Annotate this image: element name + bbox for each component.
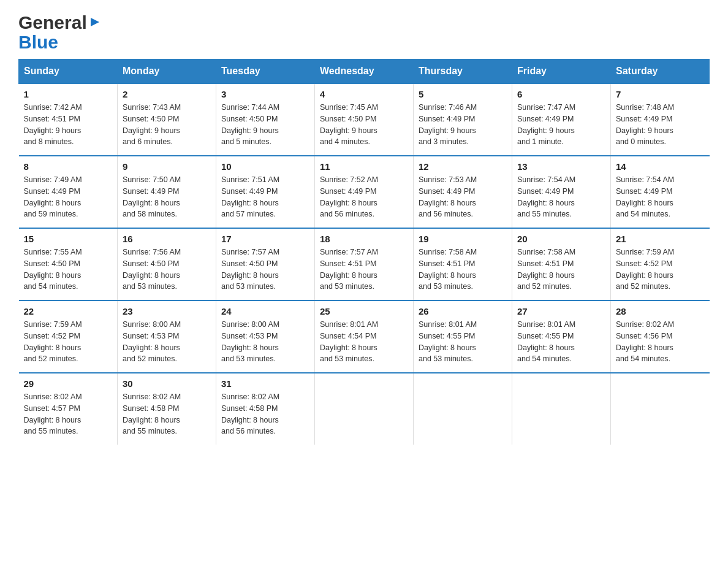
weekday-header-wednesday: Wednesday (315, 59, 414, 84)
day-info: Sunrise: 7:55 AMSunset: 4:50 PMDaylight:… (24, 247, 113, 293)
day-info: Sunrise: 8:01 AMSunset: 4:55 PMDaylight:… (517, 319, 605, 365)
day-info: Sunrise: 7:46 AMSunset: 4:49 PMDaylight:… (419, 102, 507, 148)
day-info: Sunrise: 7:54 AMSunset: 4:49 PMDaylight:… (517, 174, 605, 220)
calendar-cell: 22Sunrise: 7:59 AMSunset: 4:52 PMDayligh… (19, 301, 118, 373)
calendar-cell: 14Sunrise: 7:54 AMSunset: 4:49 PMDayligh… (611, 156, 710, 228)
calendar-cell: 8Sunrise: 7:49 AMSunset: 4:49 PMDaylight… (19, 156, 118, 228)
calendar-cell: 26Sunrise: 8:01 AMSunset: 4:55 PMDayligh… (414, 301, 512, 373)
day-number: 16 (123, 234, 211, 244)
calendar-week-row: 29Sunrise: 8:02 AMSunset: 4:57 PMDayligh… (19, 373, 710, 445)
day-number: 8 (24, 161, 113, 172)
calendar-cell: 29Sunrise: 8:02 AMSunset: 4:57 PMDayligh… (19, 373, 118, 445)
weekday-header-row: SundayMondayTuesdayWednesdayThursdayFrid… (19, 59, 710, 84)
day-number: 31 (221, 378, 309, 389)
calendar-cell: 15Sunrise: 7:55 AMSunset: 4:50 PMDayligh… (19, 228, 118, 301)
calendar-cell: 31Sunrise: 8:02 AMSunset: 4:58 PMDayligh… (216, 373, 315, 445)
day-number: 24 (221, 306, 309, 316)
calendar-cell: 24Sunrise: 8:00 AMSunset: 4:53 PMDayligh… (216, 301, 315, 373)
weekday-header-tuesday: Tuesday (216, 59, 315, 84)
weekday-header-saturday: Saturday (611, 59, 710, 84)
calendar-cell: 20Sunrise: 7:58 AMSunset: 4:51 PMDayligh… (512, 228, 611, 301)
calendar-cell: 4Sunrise: 7:45 AMSunset: 4:50 PMDaylight… (315, 83, 414, 156)
logo-triangle-icon (88, 15, 102, 29)
day-number: 7 (616, 89, 705, 99)
day-number: 18 (320, 234, 408, 244)
day-info: Sunrise: 7:45 AMSunset: 4:50 PMDaylight:… (320, 102, 408, 148)
calendar-cell: 12Sunrise: 7:53 AMSunset: 4:49 PMDayligh… (414, 156, 512, 228)
day-number: 15 (24, 234, 113, 244)
calendar-cell (315, 373, 414, 445)
calendar-cell: 30Sunrise: 8:02 AMSunset: 4:58 PMDayligh… (118, 373, 216, 445)
day-info: Sunrise: 8:02 AMSunset: 4:58 PMDaylight:… (221, 391, 309, 437)
calendar-cell: 19Sunrise: 7:58 AMSunset: 4:51 PMDayligh… (414, 228, 512, 301)
calendar-cell (611, 373, 710, 445)
day-number: 17 (221, 234, 309, 244)
day-number: 12 (419, 161, 507, 172)
day-info: Sunrise: 7:42 AMSunset: 4:51 PMDaylight:… (24, 102, 113, 148)
day-number: 14 (616, 161, 705, 172)
day-info: Sunrise: 7:57 AMSunset: 4:51 PMDaylight:… (320, 247, 408, 293)
day-info: Sunrise: 8:01 AMSunset: 4:54 PMDaylight:… (320, 319, 408, 365)
weekday-header-monday: Monday (118, 59, 216, 84)
day-number: 29 (24, 378, 113, 389)
calendar-cell: 23Sunrise: 8:00 AMSunset: 4:53 PMDayligh… (118, 301, 216, 373)
day-info: Sunrise: 7:52 AMSunset: 4:49 PMDaylight:… (320, 174, 408, 220)
day-number: 11 (320, 161, 408, 172)
day-number: 13 (517, 161, 605, 172)
day-number: 2 (123, 89, 211, 99)
svg-marker-0 (91, 18, 99, 26)
day-info: Sunrise: 7:59 AMSunset: 4:52 PMDaylight:… (616, 247, 705, 293)
calendar-week-row: 22Sunrise: 7:59 AMSunset: 4:52 PMDayligh… (19, 301, 710, 373)
day-info: Sunrise: 7:48 AMSunset: 4:49 PMDaylight:… (616, 102, 705, 148)
day-number: 28 (616, 306, 705, 316)
calendar-cell: 2Sunrise: 7:43 AMSunset: 4:50 PMDaylight… (118, 83, 216, 156)
day-number: 27 (517, 306, 605, 316)
day-info: Sunrise: 7:54 AMSunset: 4:49 PMDaylight:… (616, 174, 705, 220)
day-info: Sunrise: 8:01 AMSunset: 4:55 PMDaylight:… (419, 319, 507, 365)
day-number: 20 (517, 234, 605, 244)
day-info: Sunrise: 8:00 AMSunset: 4:53 PMDaylight:… (123, 319, 211, 365)
day-info: Sunrise: 8:02 AMSunset: 4:56 PMDaylight:… (616, 319, 705, 365)
calendar-header: SundayMondayTuesdayWednesdayThursdayFrid… (19, 59, 710, 84)
calendar-cell: 16Sunrise: 7:56 AMSunset: 4:50 PMDayligh… (118, 228, 216, 301)
logo-blue: Blue (18, 32, 58, 53)
calendar-body: 1Sunrise: 7:42 AMSunset: 4:51 PMDaylight… (19, 83, 710, 445)
day-number: 26 (419, 306, 507, 316)
calendar-cell: 28Sunrise: 8:02 AMSunset: 4:56 PMDayligh… (611, 301, 710, 373)
day-info: Sunrise: 7:58 AMSunset: 4:51 PMDaylight:… (419, 247, 507, 293)
day-info: Sunrise: 7:43 AMSunset: 4:50 PMDaylight:… (123, 102, 211, 148)
day-info: Sunrise: 7:44 AMSunset: 4:50 PMDaylight:… (221, 102, 309, 148)
calendar-table: SundayMondayTuesdayWednesdayThursdayFrid… (18, 59, 710, 445)
day-info: Sunrise: 8:00 AMSunset: 4:53 PMDaylight:… (221, 319, 309, 365)
day-info: Sunrise: 7:50 AMSunset: 4:49 PMDaylight:… (123, 174, 211, 220)
day-info: Sunrise: 7:56 AMSunset: 4:50 PMDaylight:… (123, 247, 211, 293)
weekday-header-sunday: Sunday (19, 59, 118, 84)
day-number: 23 (123, 306, 211, 316)
day-info: Sunrise: 7:47 AMSunset: 4:49 PMDaylight:… (517, 102, 605, 148)
day-number: 3 (221, 89, 309, 99)
weekday-header-thursday: Thursday (414, 59, 512, 84)
weekday-header-friday: Friday (512, 59, 611, 84)
calendar-cell: 9Sunrise: 7:50 AMSunset: 4:49 PMDaylight… (118, 156, 216, 228)
calendar-cell: 18Sunrise: 7:57 AMSunset: 4:51 PMDayligh… (315, 228, 414, 301)
day-number: 1 (24, 89, 113, 99)
calendar-cell: 5Sunrise: 7:46 AMSunset: 4:49 PMDaylight… (414, 83, 512, 156)
day-number: 6 (517, 89, 605, 99)
calendar-cell: 27Sunrise: 8:01 AMSunset: 4:55 PMDayligh… (512, 301, 611, 373)
day-info: Sunrise: 7:57 AMSunset: 4:50 PMDaylight:… (221, 247, 309, 293)
calendar-week-row: 15Sunrise: 7:55 AMSunset: 4:50 PMDayligh… (19, 228, 710, 301)
day-number: 9 (123, 161, 211, 172)
calendar-week-row: 8Sunrise: 7:49 AMSunset: 4:49 PMDaylight… (19, 156, 710, 228)
logo: General Blue (18, 12, 102, 53)
page-header: General Blue (18, 12, 710, 53)
calendar-cell: 7Sunrise: 7:48 AMSunset: 4:49 PMDaylight… (611, 83, 710, 156)
calendar-cell: 3Sunrise: 7:44 AMSunset: 4:50 PMDaylight… (216, 83, 315, 156)
calendar-cell: 11Sunrise: 7:52 AMSunset: 4:49 PMDayligh… (315, 156, 414, 228)
calendar-cell (414, 373, 512, 445)
day-number: 30 (123, 378, 211, 389)
day-info: Sunrise: 8:02 AMSunset: 4:57 PMDaylight:… (24, 391, 113, 437)
day-info: Sunrise: 8:02 AMSunset: 4:58 PMDaylight:… (123, 391, 211, 437)
calendar-week-row: 1Sunrise: 7:42 AMSunset: 4:51 PMDaylight… (19, 83, 710, 156)
day-number: 5 (419, 89, 507, 99)
day-info: Sunrise: 7:58 AMSunset: 4:51 PMDaylight:… (517, 247, 605, 293)
